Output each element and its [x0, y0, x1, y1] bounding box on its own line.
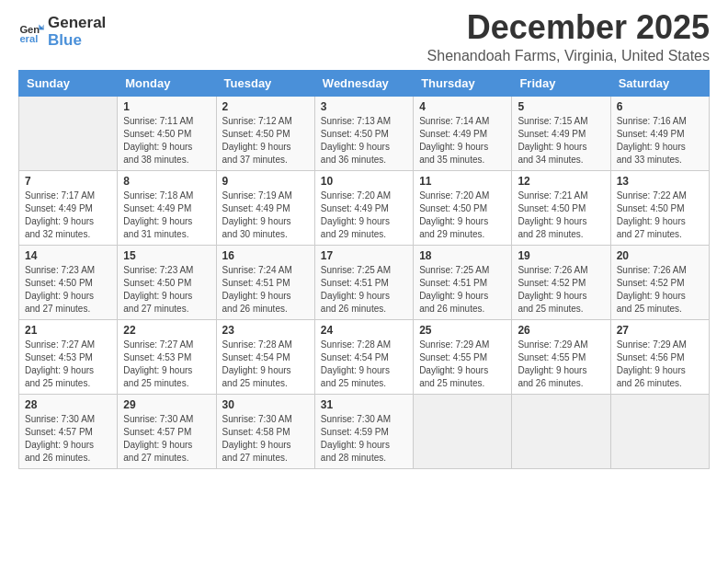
logo-line2: Blue	[48, 32, 106, 50]
weekday-header-monday: Monday	[118, 70, 216, 96]
calendar-cell: 10Sunrise: 7:20 AMSunset: 4:49 PMDayligh…	[314, 170, 413, 245]
calendar-cell: 25Sunrise: 7:29 AMSunset: 4:55 PMDayligh…	[414, 319, 512, 394]
cell-content: Sunrise: 7:23 AMSunset: 4:50 PMDaylight:…	[25, 264, 111, 316]
calendar-cell: 13Sunrise: 7:22 AMSunset: 4:50 PMDayligh…	[610, 170, 709, 245]
logo-line1: General	[48, 15, 106, 32]
cell-content: Sunrise: 7:26 AMSunset: 4:52 PMDaylight:…	[617, 264, 703, 316]
day-number: 8	[123, 175, 210, 188]
day-number: 20	[617, 249, 703, 262]
day-number: 18	[419, 249, 506, 262]
cell-content: Sunrise: 7:23 AMSunset: 4:50 PMDaylight:…	[123, 264, 210, 316]
day-number: 15	[123, 249, 210, 262]
day-number: 17	[321, 249, 407, 262]
calendar-week-3: 14Sunrise: 7:23 AMSunset: 4:50 PMDayligh…	[19, 245, 710, 319]
calendar-cell: 9Sunrise: 7:19 AMSunset: 4:49 PMDaylight…	[216, 170, 314, 245]
calendar-cell: 21Sunrise: 7:27 AMSunset: 4:53 PMDayligh…	[19, 319, 118, 394]
cell-content: Sunrise: 7:29 AMSunset: 4:55 PMDaylight:…	[518, 339, 604, 390]
weekday-header-sunday: Sunday	[19, 70, 118, 96]
calendar-cell	[512, 394, 610, 468]
logo: Gen eral General Blue	[18, 15, 106, 49]
calendar-week-4: 21Sunrise: 7:27 AMSunset: 4:53 PMDayligh…	[19, 319, 710, 394]
calendar-cell: 31Sunrise: 7:30 AMSunset: 4:59 PMDayligh…	[314, 394, 413, 468]
calendar-cell: 23Sunrise: 7:28 AMSunset: 4:54 PMDayligh…	[216, 319, 314, 394]
cell-content: Sunrise: 7:11 AMSunset: 4:50 PMDaylight:…	[123, 115, 210, 167]
day-number: 27	[617, 324, 703, 337]
cell-content: Sunrise: 7:15 AMSunset: 4:49 PMDaylight:…	[518, 115, 604, 167]
cell-content: Sunrise: 7:30 AMSunset: 4:58 PMDaylight:…	[222, 413, 309, 465]
svg-text:eral: eral	[19, 33, 38, 44]
cell-content: Sunrise: 7:18 AMSunset: 4:49 PMDaylight:…	[123, 190, 210, 241]
day-number: 30	[222, 398, 309, 411]
cell-content: Sunrise: 7:27 AMSunset: 4:53 PMDaylight:…	[123, 339, 210, 390]
calendar-cell: 15Sunrise: 7:23 AMSunset: 4:50 PMDayligh…	[118, 245, 216, 319]
month-title: December 2025	[427, 9, 710, 46]
day-number: 6	[617, 100, 703, 113]
calendar-cell: 2Sunrise: 7:12 AMSunset: 4:50 PMDaylight…	[216, 96, 314, 170]
weekday-header-row: SundayMondayTuesdayWednesdayThursdayFrid…	[19, 70, 710, 96]
day-number: 26	[518, 324, 604, 337]
day-number: 19	[518, 249, 604, 262]
cell-content: Sunrise: 7:20 AMSunset: 4:49 PMDaylight:…	[321, 190, 407, 241]
calendar-cell: 28Sunrise: 7:30 AMSunset: 4:57 PMDayligh…	[19, 394, 118, 468]
cell-content: Sunrise: 7:20 AMSunset: 4:50 PMDaylight:…	[419, 190, 506, 241]
cell-content: Sunrise: 7:29 AMSunset: 4:55 PMDaylight:…	[419, 339, 506, 390]
title-area: December 2025 Shenandoah Farms, Virginia…	[427, 9, 710, 64]
day-number: 13	[617, 175, 703, 188]
day-number: 1	[123, 100, 210, 113]
weekday-header-tuesday: Tuesday	[216, 70, 314, 96]
calendar-week-2: 7Sunrise: 7:17 AMSunset: 4:49 PMDaylight…	[19, 170, 710, 245]
calendar-cell: 20Sunrise: 7:26 AMSunset: 4:52 PMDayligh…	[610, 245, 709, 319]
cell-content: Sunrise: 7:30 AMSunset: 4:57 PMDaylight:…	[25, 413, 111, 465]
cell-content: Sunrise: 7:30 AMSunset: 4:57 PMDaylight:…	[123, 413, 210, 465]
cell-content: Sunrise: 7:28 AMSunset: 4:54 PMDaylight:…	[222, 339, 309, 390]
calendar-cell: 16Sunrise: 7:24 AMSunset: 4:51 PMDayligh…	[216, 245, 314, 319]
day-number: 2	[222, 100, 309, 113]
weekday-header-thursday: Thursday	[414, 70, 512, 96]
calendar-cell	[414, 394, 512, 468]
calendar-cell: 30Sunrise: 7:30 AMSunset: 4:58 PMDayligh…	[216, 394, 314, 468]
day-number: 14	[25, 249, 111, 262]
cell-content: Sunrise: 7:22 AMSunset: 4:50 PMDaylight:…	[617, 190, 703, 241]
cell-content: Sunrise: 7:19 AMSunset: 4:49 PMDaylight:…	[222, 190, 309, 241]
cell-content: Sunrise: 7:30 AMSunset: 4:59 PMDaylight:…	[321, 413, 407, 465]
day-number: 29	[123, 398, 210, 411]
calendar-cell: 6Sunrise: 7:16 AMSunset: 4:49 PMDaylight…	[610, 96, 709, 170]
day-number: 23	[222, 324, 309, 337]
calendar-cell: 18Sunrise: 7:25 AMSunset: 4:51 PMDayligh…	[414, 245, 512, 319]
calendar-cell: 24Sunrise: 7:28 AMSunset: 4:54 PMDayligh…	[314, 319, 413, 394]
day-number: 31	[321, 398, 407, 411]
cell-content: Sunrise: 7:25 AMSunset: 4:51 PMDaylight:…	[321, 264, 407, 316]
cell-content: Sunrise: 7:21 AMSunset: 4:50 PMDaylight:…	[518, 190, 604, 241]
calendar-cell: 22Sunrise: 7:27 AMSunset: 4:53 PMDayligh…	[118, 319, 216, 394]
calendar-cell: 27Sunrise: 7:29 AMSunset: 4:56 PMDayligh…	[610, 319, 709, 394]
calendar-cell: 26Sunrise: 7:29 AMSunset: 4:55 PMDayligh…	[512, 319, 610, 394]
day-number: 22	[123, 324, 210, 337]
cell-content: Sunrise: 7:29 AMSunset: 4:56 PMDaylight:…	[617, 339, 703, 390]
weekday-header-friday: Friday	[512, 70, 610, 96]
day-number: 11	[419, 175, 506, 188]
cell-content: Sunrise: 7:26 AMSunset: 4:52 PMDaylight:…	[518, 264, 604, 316]
cell-content: Sunrise: 7:13 AMSunset: 4:50 PMDaylight:…	[321, 115, 407, 167]
cell-content: Sunrise: 7:14 AMSunset: 4:49 PMDaylight:…	[419, 115, 506, 167]
calendar-cell: 29Sunrise: 7:30 AMSunset: 4:57 PMDayligh…	[118, 394, 216, 468]
day-number: 12	[518, 175, 604, 188]
cell-content: Sunrise: 7:16 AMSunset: 4:49 PMDaylight:…	[617, 115, 703, 167]
calendar-cell: 3Sunrise: 7:13 AMSunset: 4:50 PMDaylight…	[314, 96, 413, 170]
day-number: 25	[419, 324, 506, 337]
cell-content: Sunrise: 7:27 AMSunset: 4:53 PMDaylight:…	[25, 339, 111, 390]
calendar-cell	[19, 96, 118, 170]
calendar-cell: 5Sunrise: 7:15 AMSunset: 4:49 PMDaylight…	[512, 96, 610, 170]
cell-content: Sunrise: 7:24 AMSunset: 4:51 PMDaylight:…	[222, 264, 309, 316]
calendar-cell	[610, 394, 709, 468]
day-number: 7	[25, 175, 111, 188]
cell-content: Sunrise: 7:25 AMSunset: 4:51 PMDaylight:…	[419, 264, 506, 316]
day-number: 24	[321, 324, 407, 337]
calendar-week-5: 28Sunrise: 7:30 AMSunset: 4:57 PMDayligh…	[19, 394, 710, 468]
weekday-header-saturday: Saturday	[610, 70, 709, 96]
day-number: 16	[222, 249, 309, 262]
calendar-week-1: 1Sunrise: 7:11 AMSunset: 4:50 PMDaylight…	[19, 96, 710, 170]
calendar-cell: 17Sunrise: 7:25 AMSunset: 4:51 PMDayligh…	[314, 245, 413, 319]
day-number: 10	[321, 175, 407, 188]
calendar-cell: 8Sunrise: 7:18 AMSunset: 4:49 PMDaylight…	[118, 170, 216, 245]
header: Gen eral General Blue December 2025 Shen…	[18, 9, 710, 64]
